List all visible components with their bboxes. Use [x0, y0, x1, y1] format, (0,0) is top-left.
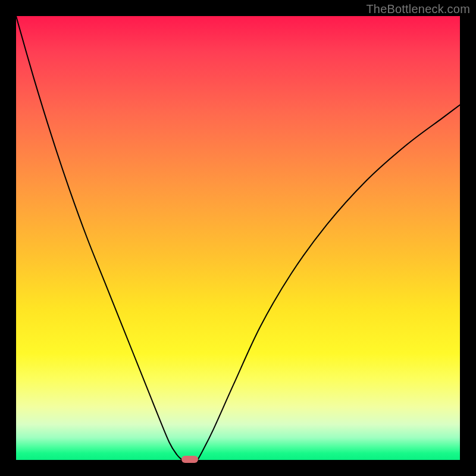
- curve-layer: [16, 16, 460, 460]
- minimum-marker: [181, 456, 198, 463]
- left-curve: [16, 16, 182, 460]
- watermark-text: TheBottleneck.com: [366, 2, 470, 16]
- plot-area: [16, 16, 460, 460]
- right-curve: [198, 105, 460, 460]
- chart-frame: TheBottleneck.com: [0, 0, 476, 476]
